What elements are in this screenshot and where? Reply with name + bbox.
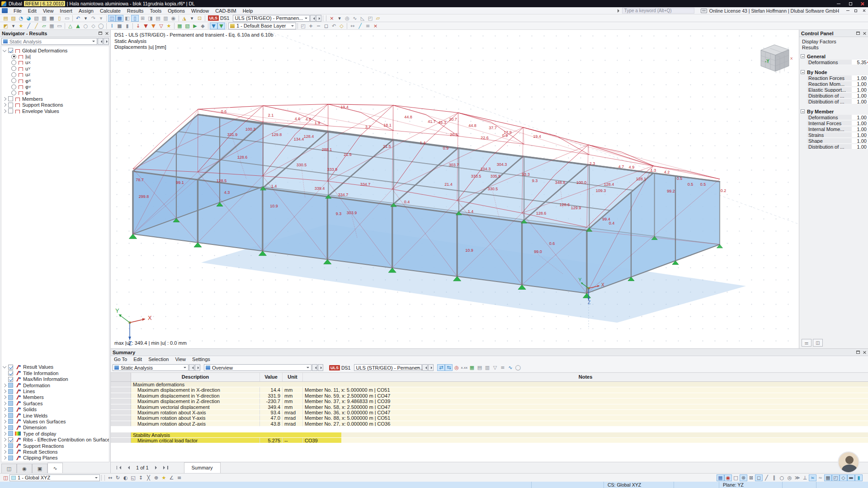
connect-members-icon[interactable]: ⊕ — [152, 474, 160, 481]
follow-selection-icon[interactable]: ⇆ — [445, 364, 453, 371]
view-cube[interactable]: -YX — [761, 45, 793, 73]
control-panel-close-icon[interactable] — [863, 32, 866, 35]
navigator-item-|u|[interactable]: |u| — [1, 53, 109, 59]
menu-window[interactable]: Window — [188, 7, 212, 14]
member-eccentricity-icon[interactable]: ◇ — [90, 23, 97, 29]
redo-icon[interactable]: ↷ — [90, 15, 97, 22]
new-surface-icon[interactable]: ▱ — [40, 23, 48, 29]
display-option-result-sections[interactable]: Result Sections — [1, 449, 109, 455]
display-option-line-welds[interactable]: Line Welds — [1, 413, 109, 418]
bim-link-icon[interactable]: ◕ — [25, 15, 33, 22]
next-page-button[interactable] — [152, 464, 161, 472]
snap-node-icon[interactable]: □ — [732, 474, 740, 481]
results-options-icon[interactable]: ▾ — [335, 15, 343, 22]
table-row[interactable]: Maximum rotation about X-axis93.4mradMem… — [111, 410, 868, 415]
undo-icon[interactable]: ↶ — [74, 15, 82, 22]
show-load-values-icon[interactable]: ▼ — [217, 23, 225, 29]
factor-row-deformations[interactable]: Deformations1.00 — [799, 114, 868, 120]
new-solid-icon[interactable]: ▦ — [48, 23, 56, 29]
summary-view-combo[interactable]: Overview — [204, 364, 311, 371]
display-option-type-of-display[interactable]: Type of display — [1, 431, 109, 436]
new-line-icon[interactable]: ╱ — [25, 23, 33, 29]
factor-row-distribution-of-[interactable]: Distribution of ...1.00 — [799, 99, 868, 104]
snap-intersection-icon[interactable]: ≍ — [809, 474, 816, 481]
display-option-values-on-surfaces[interactable]: Values on Surfaces — [1, 418, 109, 424]
edit-selection-icon[interactable]: ◩ — [2, 23, 9, 29]
undo-list-icon[interactable]: ▾ — [82, 15, 90, 22]
close-button[interactable] — [856, 0, 868, 7]
factor-row-strains[interactable]: Strains1.00 — [799, 132, 868, 138]
calculation-info-icon[interactable]: ◆ — [199, 23, 207, 29]
table-settings-icon[interactable]: ≡ — [499, 364, 506, 371]
menu-tools[interactable]: Tools — [146, 7, 165, 14]
annotation-pen-icon[interactable]: ▱ — [374, 15, 382, 22]
member-load-icon[interactable]: ▼ — [142, 23, 150, 29]
navigator-tab-results[interactable]: ∿ — [47, 463, 63, 473]
new-window-icon[interactable]: ⊞ — [139, 15, 146, 22]
factor-row-internal-mome-[interactable]: Internal Mome...1.00 — [799, 126, 868, 132]
probe-values-icon[interactable]: ◎ — [343, 15, 351, 22]
print-graphic-icon[interactable]: ▦ — [48, 15, 56, 22]
ruler-icon[interactable]: ▬ — [847, 474, 855, 481]
display-option-solids[interactable]: Solids — [1, 406, 109, 412]
snap-circle-icon[interactable]: ⊗ — [740, 474, 747, 481]
zoom-out-icon[interactable]: − — [315, 23, 322, 29]
scale-icon[interactable]: ◱ — [129, 474, 137, 481]
menu-options[interactable]: Options — [165, 7, 188, 14]
table-row[interactable]: Maximum displacement in Y-direction331.9… — [111, 393, 868, 399]
doc-close-button[interactable] — [860, 8, 868, 14]
member-hinge-icon[interactable]: ○ — [82, 23, 90, 29]
factor-row-reaction-forces[interactable]: Reaction Forces1.00 — [799, 75, 868, 81]
model-viewport[interactable]: DS1 - ULS (STR/GEO) - Permanent and tran… — [111, 30, 799, 348]
show-panel-icon[interactable]: ▯ — [131, 15, 139, 22]
mirror-icon[interactable]: ◐ — [122, 474, 129, 481]
menu-insert[interactable]: Insert — [57, 7, 75, 14]
summary-menu-view[interactable]: View — [172, 356, 189, 363]
generate-mesh-icon[interactable]: ▦ — [176, 23, 184, 29]
render-mode-icon[interactable]: ◮ — [180, 15, 188, 22]
measure-icon[interactable]: ∠ — [168, 474, 175, 481]
new-section-icon[interactable]: I — [108, 23, 116, 29]
filter-rows-icon[interactable]: ▽ — [491, 364, 499, 371]
search-table-icon[interactable]: ◯ — [514, 364, 522, 371]
first-page-button[interactable] — [114, 464, 123, 472]
menu-cadbim[interactable]: CAD-BIM — [212, 7, 239, 14]
dimension-tool-icon[interactable]: ↔ — [349, 23, 356, 29]
menu-edit[interactable]: Edit — [25, 7, 40, 14]
result-chart-icon[interactable]: ∿ — [506, 364, 514, 371]
smooth-ranges-icon[interactable]: ∿ — [351, 15, 359, 22]
line-support-icon[interactable]: ▲ — [74, 23, 82, 29]
navigator-close-icon[interactable] — [105, 32, 108, 35]
decimal-places-icon[interactable]: x.xx — [460, 364, 468, 371]
nodal-load-icon[interactable]: ↓ — [134, 23, 142, 29]
factor-row-distribution-of-[interactable]: Distribution of ...1.00 — [799, 144, 868, 150]
new-thickness-icon[interactable]: ▮ — [123, 23, 131, 29]
summary-combination-combo[interactable]: ULS (STR/GEO) - Permanen... — [354, 364, 422, 371]
insert-node-icon[interactable]: ★ — [160, 474, 168, 481]
display-option-clipping-planes[interactable]: Clipping Planes — [1, 455, 109, 461]
voice-input-icon[interactable]: ◉ — [170, 15, 177, 22]
surface-load-icon[interactable]: ▼ — [150, 23, 157, 29]
menu-file[interactable]: File — [10, 7, 25, 14]
navigator-prev-button[interactable] — [98, 38, 103, 45]
factor-row-elastic-support-[interactable]: Elastic Support...1.00 — [799, 87, 868, 93]
navigator-item-x[interactable]: φX — [1, 78, 109, 84]
last-page-button[interactable] — [161, 464, 170, 472]
save-model-icon[interactable]: ▥ — [40, 15, 48, 22]
table-row[interactable]: Maximum displacement in X-direction14.4m… — [111, 387, 868, 393]
member-division-icon[interactable]: ◯ — [97, 23, 105, 29]
stretch-icon[interactable]: ↕ — [137, 474, 145, 481]
factor-row-deformations[interactable]: Deformations5.35 — [799, 59, 868, 65]
grid-display-icon[interactable]: ▦ — [824, 474, 832, 481]
delete-guides-icon[interactable]: × — [372, 23, 379, 29]
render-options-icon[interactable]: ▾ — [188, 15, 196, 22]
navigator-tab-display[interactable]: ◉ — [17, 464, 32, 473]
new-opening-icon[interactable]: ▭ — [56, 23, 63, 29]
snap-extension-icon[interactable]: ≈ — [816, 474, 824, 481]
new-node-icon[interactable]: ★ — [17, 23, 25, 29]
table-section-stability-analysis[interactable]: Stability Analysis — [111, 432, 868, 438]
move-copy-icon[interactable]: ↔ — [106, 474, 114, 481]
navigator-item-envelope-values[interactable]: Envelope Values — [1, 108, 109, 114]
table-row[interactable]: Maximum rotation about Z-axis43.8mradMem… — [111, 421, 868, 427]
load-combo-prev[interactable] — [310, 15, 316, 22]
